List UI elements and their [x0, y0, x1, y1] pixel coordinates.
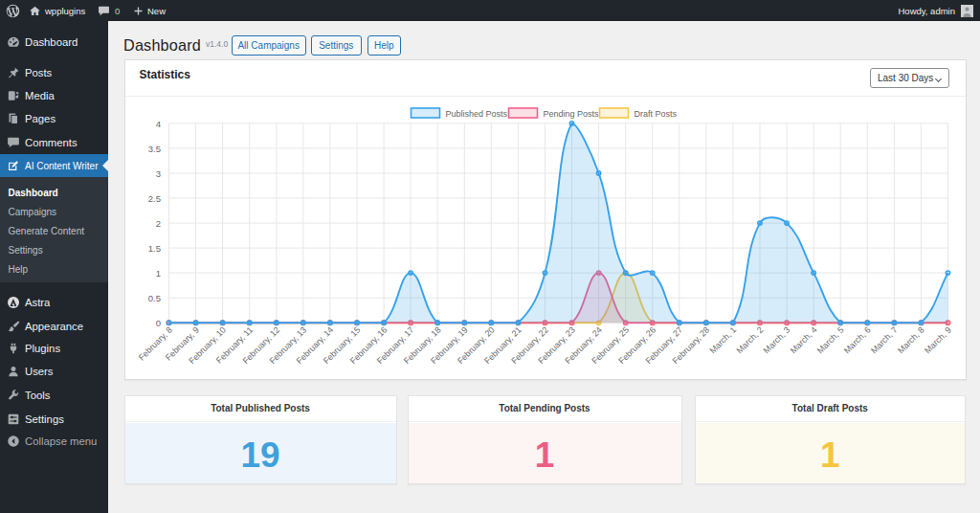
svg-text:March, 5: March, 5 [814, 325, 845, 356]
svg-text:March, 2: March, 2 [734, 325, 765, 356]
svg-text:3.5: 3.5 [147, 144, 160, 154]
svg-text:2: 2 [155, 218, 160, 229]
svg-text:Draft Posts: Draft Posts [634, 109, 677, 119]
svg-text:1.5: 1.5 [147, 243, 160, 254]
svg-text:March, 8: March, 8 [895, 325, 925, 356]
svg-text:March, 3: March, 3 [761, 325, 791, 356]
svg-text:Pending Posts: Pending Posts [543, 109, 599, 119]
svg-text:0: 0 [155, 318, 160, 328]
svg-text:March, 9: March, 9 [923, 325, 953, 356]
svg-text:Published Posts: Published Posts [445, 109, 507, 119]
svg-text:3: 3 [155, 168, 160, 179]
svg-text:March, 4: March, 4 [788, 325, 818, 356]
svg-text:March, 7: March, 7 [868, 325, 899, 356]
svg-text:2.5: 2.5 [147, 193, 160, 204]
svg-text:March, 6: March, 6 [841, 325, 872, 356]
svg-text:1: 1 [155, 268, 160, 279]
svg-text:March, 1: March, 1 [707, 325, 738, 356]
svg-text:0.5: 0.5 [147, 293, 160, 303]
svg-text:4: 4 [155, 119, 160, 129]
